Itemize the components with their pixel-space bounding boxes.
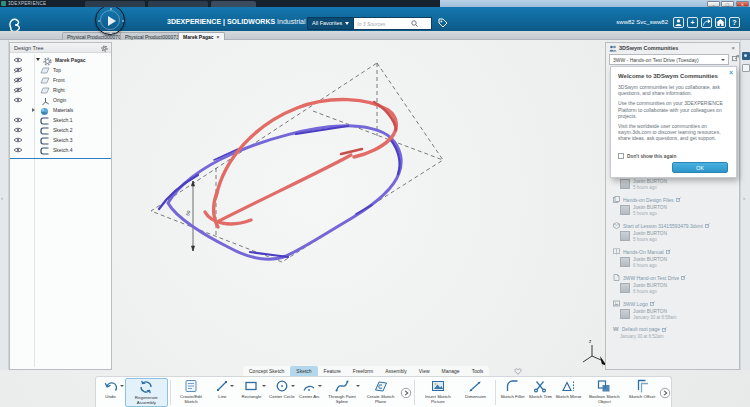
expand-icon[interactable] — [36, 58, 40, 61]
collapse-right-panel-icon[interactable]: › — [743, 195, 745, 201]
tab-concept-sketch[interactable]: Concept Sketch — [243, 366, 290, 376]
tree-item-sketch-4[interactable]: Sketch.4 — [10, 145, 111, 155]
tab-freeform[interactable]: Freeform — [347, 366, 379, 376]
tree-item-sketch-2[interactable]: Sketch.2 — [10, 125, 111, 135]
dimension-button[interactable]: Dimension — [458, 378, 493, 407]
feed-link[interactable]: Start of Lesson 31415593479.3dxml — [623, 223, 703, 229]
feed-item[interactable]: 3WW Hand-on Test Drive Justin BURTON 6 h… — [613, 274, 735, 294]
collapse-left-panel-icon[interactable]: ‹ — [1, 195, 3, 201]
search-input[interactable] — [354, 17, 432, 30]
regenerate-assembly-button[interactable]: Regenerate Assembly — [125, 378, 168, 407]
feed-link[interactable]: Hands-on Design Files — [623, 197, 674, 203]
minimize-button[interactable]: – — [707, 1, 720, 7]
tree-item-right[interactable]: Right — [10, 85, 111, 95]
swym-sidebar-icon[interactable] — [742, 52, 750, 60]
eye-hidden-icon[interactable] — [13, 67, 23, 73]
eye-icon[interactable] — [13, 147, 23, 153]
media-sidebar-icon[interactable] — [742, 64, 750, 72]
3dexperience-compass[interactable] — [95, 5, 125, 35]
eye-icon[interactable] — [13, 97, 23, 103]
create-edit-sketch-button[interactable]: Create/Edit Sketch — [173, 378, 210, 407]
browser-tab[interactable] — [148, 1, 208, 7]
feed-link[interactable]: Default root page — [622, 326, 660, 332]
feed-item[interactable]: Start of Lesson 31415593479.3dxml Justin… — [613, 222, 735, 242]
eye-icon[interactable] — [13, 57, 23, 63]
restore-button[interactable]: ▢ — [721, 1, 734, 7]
dimension-line[interactable]: 50 — [185, 181, 194, 251]
eye-icon[interactable] — [13, 137, 23, 143]
tree-item-materials[interactable]: Materials — [10, 105, 111, 115]
close-button[interactable]: ✕ — [736, 1, 749, 7]
sketch-fillet-button[interactable]: Sketch Fillet — [498, 378, 527, 407]
eye-icon[interactable] — [13, 117, 23, 123]
tab-assembly[interactable]: Assembly — [379, 366, 413, 376]
expand-icon[interactable] — [32, 108, 35, 112]
feed-item[interactable]: Hands-on Design Files Justin BURTON 5 ho… — [613, 196, 735, 216]
profile-icon[interactable] — [673, 17, 684, 28]
browser-tab[interactable] — [85, 1, 145, 7]
app-title-brand: 3DEXPERIENCE | SOLIDWORKS — [167, 18, 275, 25]
dont-show-again-checkbox[interactable] — [618, 153, 624, 159]
sketch-trim-button[interactable]: Sketch Trim — [527, 378, 554, 407]
more-tools-button[interactable] — [658, 378, 671, 407]
sketch-mirror-button[interactable]: Sketch Mirror — [554, 378, 583, 407]
tree-item-top[interactable]: Top — [10, 65, 111, 75]
feed-item[interactable]: W Default root page January 30 at 6:52am — [613, 326, 735, 340]
share-icon[interactable] — [701, 17, 712, 28]
boolean-sketch-object-button[interactable]: Boolean Sketch Object — [583, 378, 626, 407]
eye-hidden-icon[interactable] — [13, 77, 23, 83]
home-icon[interactable] — [715, 17, 726, 28]
close-icon[interactable]: × — [729, 69, 733, 76]
search-scope-button[interactable]: All Favorites — [307, 17, 354, 30]
sketch-offset-button[interactable]: Sketch Offset — [626, 378, 659, 407]
tab-feature[interactable]: Feature — [318, 366, 347, 376]
browser-tab[interactable] — [211, 1, 256, 7]
swym-panel-header: 3DSwym Communities × — [606, 43, 739, 53]
feed-link[interactable]: 3WW Logo — [623, 301, 648, 307]
feed-link[interactable]: Hands-On Manual — [623, 249, 664, 255]
tree-item-sketch-1[interactable]: Sketch.1 — [10, 115, 111, 125]
center-circle-button[interactable]: Center Circle — [267, 378, 296, 407]
tab-view[interactable]: View — [413, 366, 436, 376]
image-icon — [613, 300, 620, 307]
insert-sketch-picture-button[interactable]: Insert Sketch Picture — [417, 378, 458, 407]
favorites-heart-icon[interactable] — [514, 368, 522, 375]
center-arc-button[interactable]: Center Arc — [296, 378, 322, 407]
user-name[interactable]: sww82 Svc_sww82 — [616, 19, 668, 25]
tree-item-origin[interactable]: Origin — [10, 95, 111, 105]
tree-item-front[interactable]: Front — [10, 75, 111, 85]
tree-item-sketch-3[interactable]: Sketch.3 — [10, 135, 111, 145]
tag-icon[interactable] — [438, 18, 448, 28]
eye-hidden-icon[interactable] — [13, 87, 23, 93]
3ds-logo-icon — [7, 16, 25, 32]
feed-item[interactable]: Hands-On Manual Justin BURTON 6 hours ag… — [613, 248, 735, 268]
open-external-icon[interactable] — [732, 55, 739, 62]
tree-item-marek-pagac[interactable]: Marek Pagac — [10, 55, 111, 65]
rectangle-button[interactable]: Rectangle — [235, 378, 267, 407]
feed-item[interactable]: 3WW Logo Justin BURTON January 30 at 6:5… — [613, 300, 735, 320]
through-point-spline-button[interactable]: Through Point Spline — [323, 378, 362, 407]
tab-tools[interactable]: Tools — [466, 366, 490, 376]
eye-icon[interactable] — [13, 127, 23, 133]
add-icon[interactable]: + — [687, 17, 698, 28]
ok-button[interactable]: OK — [672, 162, 728, 173]
blue-sketch-curve[interactable] — [159, 126, 401, 259]
browser-app-icon — [1, 1, 6, 6]
avatar — [620, 179, 630, 189]
tab-close-icon[interactable]: × — [217, 34, 220, 40]
close-icon[interactable]: × — [731, 43, 735, 53]
more-tools-button[interactable] — [400, 378, 413, 407]
feed-item[interactable]: Justin BURTON 5 hours ago — [613, 179, 735, 190]
community-select[interactable]: 3WW - Hands-on Test Drive (Tuesday) — [609, 54, 729, 65]
undo-button[interactable]: Undo — [96, 378, 125, 407]
tab-sketch[interactable]: Sketch — [290, 366, 317, 376]
search-icon[interactable] — [411, 20, 418, 27]
line-button[interactable]: Line — [209, 378, 235, 407]
create-sketch-plane-button[interactable]: Create Sketch Plane — [361, 378, 400, 407]
gear-icon[interactable] — [101, 45, 108, 52]
dimension-value: 50 — [185, 210, 191, 217]
tab-manage[interactable]: Manage — [436, 366, 466, 376]
help-icon[interactable]: ? — [729, 17, 740, 28]
doc-tab-marek-pagac[interactable]: Marek Pagac× — [178, 32, 225, 41]
feed-link[interactable]: 3WW Hand-on Test Drive — [623, 275, 679, 281]
